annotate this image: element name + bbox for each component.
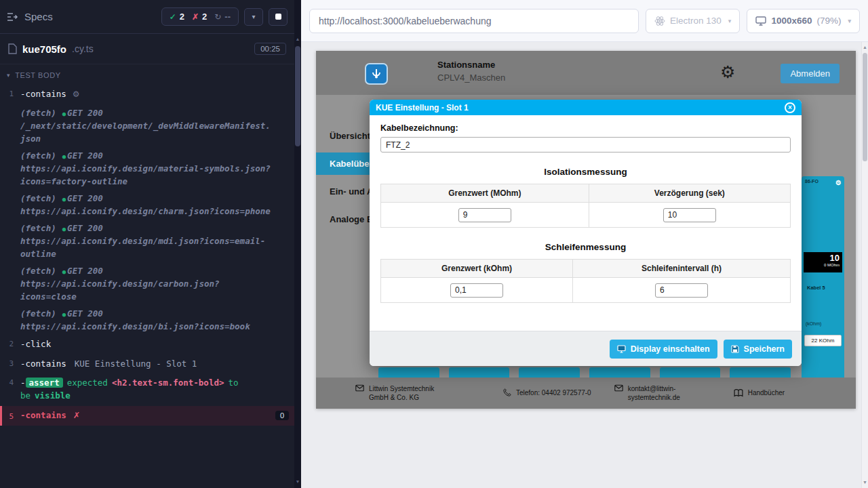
network-log[interactable]: (fetch)●GET 200https://api.iconify.desig… [0, 190, 294, 220]
fetch-url: https://api.iconify.design/material-symb… [20, 162, 275, 188]
mail-icon [614, 384, 623, 392]
display-value: 10 [806, 253, 840, 263]
retry-count-badge: 0 [275, 411, 289, 420]
handbuecher-link[interactable]: Handbücher [734, 388, 785, 398]
stop-button[interactable] [269, 8, 288, 26]
status-dot-icon: ● [62, 153, 66, 160]
card-gear-icon[interactable]: ⚙ [835, 179, 842, 186]
fetch-url: https://api.iconify.design/mdi.json?icon… [20, 235, 275, 260]
viewport-select[interactable]: 1000x660 (79%) ▾ [747, 9, 860, 33]
nav-uebersicht[interactable]: Übersicht [316, 125, 370, 147]
cable-label: Kabel 5 [807, 285, 825, 291]
viewport-size: 1000x660 [771, 16, 812, 26]
contact-email: kontakt@littwin-systemtechnik.de [628, 384, 704, 403]
grenzwert-mohm-input[interactable] [458, 208, 511, 222]
network-log[interactable]: (fetch)●GET 200https://api.iconify.desig… [0, 262, 294, 305]
specs-list-icon [7, 12, 18, 22]
url-toolbar: http://localhost:3000/kabelueberwachung … [301, 0, 868, 42]
line-number: 3 [0, 358, 20, 371]
line-number: 2 [0, 338, 20, 351]
assert-target: <h2.text-sm.font-bold> [112, 378, 224, 388]
assert-state: visible [35, 390, 71, 401]
network-log[interactable]: (fetch)●GET 200https://api.iconify.desig… [0, 147, 294, 190]
card-top [519, 367, 580, 378]
scroll-down-icon[interactable]: ▼ [294, 478, 301, 486]
kue-settings-modal: KUE Einstellung - Slot 1 × Kabelbezeichn… [370, 100, 802, 366]
chevron-down-icon: ▾ [252, 13, 255, 20]
command-log: 1 -contains⚙ (fetch)●GET 200/_next/stati… [0, 83, 294, 488]
scroll-up-icon[interactable]: ▲ [862, 43, 868, 52]
kabelbezeichnung-input[interactable] [380, 137, 791, 152]
url-input[interactable]: http://localhost:3000/kabelueberwachung [309, 9, 639, 33]
command-click[interactable]: 2 -click [0, 335, 294, 354]
column-header: Schleifenintervall (h) [573, 260, 791, 278]
fetch-label: (fetch) [20, 308, 56, 319]
test-body-section[interactable]: ▾ TEST BODY [0, 64, 294, 83]
fetch-method: GET 200 [67, 108, 103, 118]
book-icon [734, 389, 743, 397]
status-dot-icon: ● [62, 311, 66, 318]
test-stats[interactable]: ✓2 ✗2 ↻-- [161, 7, 239, 26]
network-log[interactable]: (fetch)●GET 200https://api.iconify.desig… [0, 305, 294, 335]
network-log[interactable]: (fetch)●GET 200/_next/static/development… [0, 104, 294, 147]
page-scrollbar[interactable]: ▲ ▼ [861, 42, 868, 488]
line-number: 1 [0, 88, 20, 101]
specs-label: Specs [24, 11, 53, 22]
save-icon [731, 345, 739, 353]
stat-passed: ✓2 [170, 12, 184, 22]
network-log[interactable]: (fetch)●GET 200https://api.iconify.desig… [0, 220, 294, 262]
logout-button[interactable]: Abmelden [781, 64, 840, 83]
command-argument: KUE Einstellung - Slot 1 [75, 359, 197, 369]
card-label: 86-FO [805, 179, 818, 186]
cross-icon: ✗ [192, 12, 199, 22]
card-row-partial [378, 367, 791, 378]
settings-gear-icon[interactable]: ⚙ [720, 62, 735, 82]
command-assert[interactable]: 4 -assertexpected<h2.text-sm.font-bold>t… [0, 373, 294, 406]
fetch-method: GET 200 [67, 150, 103, 161]
browser-select[interactable]: Electron 130 ▾ [646, 9, 740, 33]
spec-duration: 00:25 [254, 43, 286, 55]
measurement-value: 22 KOhm [804, 335, 842, 346]
scroll-up-icon[interactable]: ▲ [294, 35, 301, 43]
scrollbar-thumb[interactable] [863, 53, 867, 161]
command-contains-failed[interactable]: 5 -contains✗ 0 [0, 406, 294, 426]
grenzwert-kohm-input[interactable] [450, 283, 503, 298]
scrollbar-thumb[interactable] [295, 46, 300, 146]
scroll-down-icon[interactable]: ▼ [862, 479, 868, 487]
schleifenmessung-title: Schleifenmessung [380, 242, 791, 252]
kohm-label: (kOhm) [806, 321, 821, 326]
app-header: Stationsname CPLV4_Maschen ⚙ Abmelden [316, 51, 856, 95]
aut-area: Stationsname CPLV4_Maschen ⚙ Abmelden Üb… [301, 42, 868, 488]
verzoegerung-sek-input[interactable] [663, 208, 716, 222]
check-icon: ✓ [170, 12, 176, 22]
modal-title: KUE Einstellung - Slot 1 [376, 103, 469, 113]
spec-header[interactable]: kue705fo.cy.ts 00:25 [0, 34, 294, 64]
display-einschalten-button[interactable]: Display einschalten [610, 340, 717, 359]
manuals-label: Handbücher [748, 388, 785, 398]
command-contains-2[interactable]: 3 -containsKUE Einstellung - Slot 1 [0, 354, 294, 374]
isolationsmessung-title: Isolationsmessung [380, 167, 791, 177]
stat-pending: ↻-- [214, 12, 231, 22]
fetch-label: (fetch) [20, 266, 56, 276]
reporter-scrollbar[interactable]: ▲ ▼ [294, 0, 301, 488]
fetch-method: GET 200 [67, 193, 103, 203]
assert-badge: assert [26, 378, 63, 388]
cypress-reporter: Specs ✓2 ✗2 ↻-- ▾ kue705fo.cy.ts 00:25 ▾… [0, 0, 294, 488]
close-button[interactable]: × [785, 102, 795, 113]
phone-number: Telefon: 04402 972577-0 [516, 388, 591, 398]
nav-ein-und-ausgaenge[interactable]: Ein- und Au [316, 180, 370, 203]
app-nav: Übersicht Kabelüberw Ein- und Au Analoge… [316, 95, 370, 378]
schleifenintervall-input[interactable] [655, 283, 708, 298]
fetch-method: GET 200 [67, 308, 103, 319]
card-top [589, 367, 650, 378]
nav-analoge-eingaenge[interactable]: Analoge Ei [316, 208, 370, 230]
specs-menu-button[interactable]: Specs [7, 11, 53, 22]
command-contains-1[interactable]: 1 -contains⚙ [0, 85, 294, 104]
nav-kabelueberwachung[interactable]: Kabelüberw [316, 152, 370, 175]
schleifenmessung-table: Grenzwert (kOhm) Schleifenintervall (h) [380, 259, 791, 303]
options-gear-icon[interactable]: ⚙ [73, 89, 80, 99]
card-top [660, 367, 721, 378]
speichern-button[interactable]: Speichern [724, 340, 792, 359]
company-name: Littwin Systemtechnik GmbH & Co. KG [369, 384, 445, 403]
collapse-tests-button[interactable]: ▾ [244, 8, 263, 26]
